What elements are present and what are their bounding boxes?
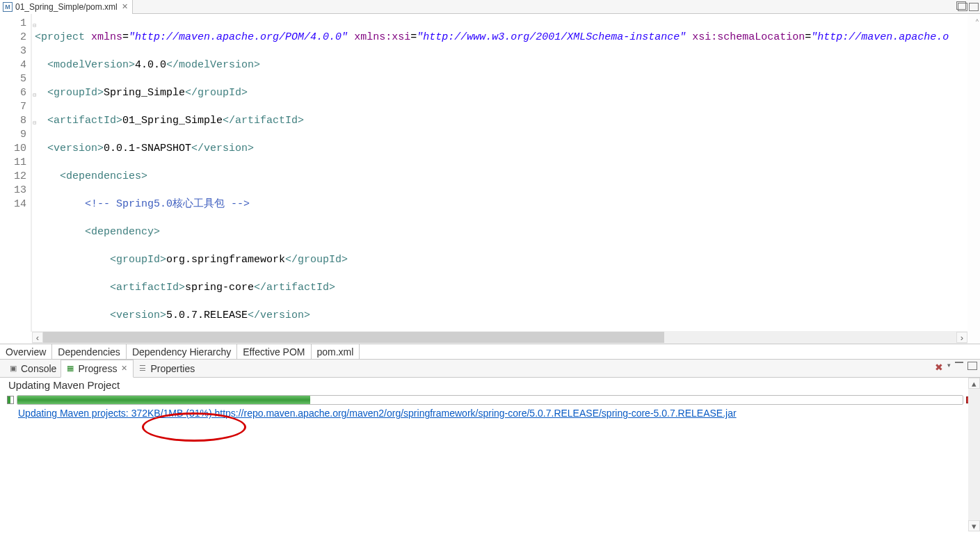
properties-icon: ☰	[138, 364, 147, 374]
tab-dependency-hierarchy[interactable]: Dependency Hierarchy	[127, 344, 237, 359]
progress-detail-link[interactable]: Updating Maven projects: 372KB/1MB (31%)…	[18, 408, 973, 419]
progress-view-tab[interactable]: ▦ Progress ✕	[61, 360, 134, 378]
maximize-icon[interactable]	[969, 3, 979, 11]
progress-icon: ▦	[65, 364, 75, 374]
code-editor[interactable]: <project xmlns="http://maven.apache.org/…	[32, 14, 980, 332]
vertical-scrollbar[interactable]: ▴ ▾	[968, 378, 980, 531]
caret-up-icon: ^	[976, 18, 979, 25]
close-icon[interactable]: ✕	[120, 2, 129, 11]
maven-file-icon: M	[3, 2, 13, 12]
horizontal-scrollbar[interactable]: ‹ ›	[32, 331, 967, 344]
editor-tab-pom[interactable]: M 01_Spring_Simple/pom.xml ✕	[0, 0, 133, 14]
progress-task-title: Updating Maven Project	[0, 378, 980, 392]
maximize-icon[interactable]	[967, 362, 977, 370]
restore-icon[interactable]	[958, 3, 967, 11]
progress-bar	[17, 395, 963, 405]
bottom-panel-tabs: ▣ Console ▦ Progress ✕ ☰ Properties ✖ ▾	[0, 360, 980, 378]
scrollbar-thumb[interactable]	[43, 332, 664, 343]
console-icon: ▣	[8, 364, 18, 374]
progress-bar-fill	[17, 396, 310, 404]
task-icon	[7, 396, 14, 404]
tab-pom-xml[interactable]: pom.xml	[312, 344, 360, 359]
remove-all-icon[interactable]: ✖	[935, 362, 943, 373]
editor-tab-bar: M 01_Spring_Simple/pom.xml ✕	[0, 0, 980, 14]
overview-ruler[interactable]: ^	[967, 14, 980, 332]
close-icon[interactable]: ✕	[120, 364, 129, 373]
tab-overview[interactable]: Overview	[0, 344, 52, 359]
line-gutter: 1⊟ 2 3 4 5 6⊟ 7 8⊟ 9 10 11 12 13 14	[0, 14, 32, 332]
pom-editor-pages: Overview Dependencies Dependency Hierarc…	[0, 344, 980, 360]
editor-pane: 1⊟ 2 3 4 5 6⊟ 7 8⊟ 9 10 11 12 13 14 <pro…	[0, 14, 980, 344]
tab-effective-pom[interactable]: Effective POM	[237, 344, 311, 359]
tab-dependencies[interactable]: Dependencies	[52, 344, 127, 359]
editor-tab-title: 01_Spring_Simple/pom.xml	[15, 2, 118, 12]
properties-view-tab[interactable]: ☰ Properties	[134, 360, 199, 378]
editor-toolbar-right	[958, 0, 979, 14]
view-menu-icon[interactable]: ▾	[947, 362, 951, 373]
scroll-right-icon[interactable]: ›	[956, 332, 967, 343]
scroll-up-icon[interactable]: ▴	[968, 378, 980, 389]
console-view-tab[interactable]: ▣ Console	[4, 360, 61, 378]
scroll-left-icon[interactable]: ‹	[32, 332, 43, 343]
scroll-down-icon[interactable]: ▾	[968, 520, 980, 531]
progress-bar-row	[7, 395, 973, 405]
progress-view: Updating Maven Project Updating Maven pr…	[0, 378, 980, 531]
minimize-icon[interactable]	[955, 362, 963, 363]
